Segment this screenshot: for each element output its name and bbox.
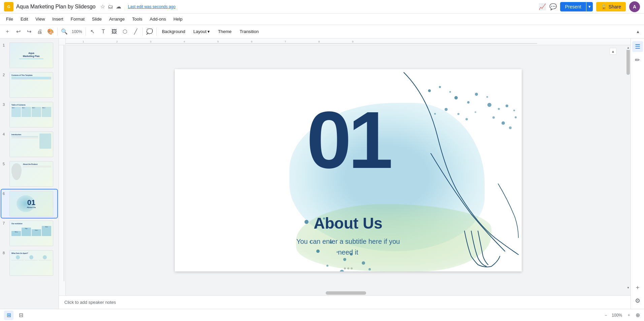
comment-button[interactable]: 💭 [145, 27, 154, 36]
slide-thumb-2[interactable]: 2 Contents of This Template [1, 71, 57, 99]
menu-file[interactable]: File [3, 15, 17, 23]
ruler-horizontal: 1 2 3 4 5 6 7 8 9 [66, 38, 631, 45]
cloud-icon[interactable]: ☁ [116, 3, 121, 10]
scroll-up-button[interactable]: ▲ [626, 45, 631, 50]
toolbar: ＋ ↩ ↪ 🖨 🎨 🔍 100% ↖ T 🖼 ⬡ ╱ 💭 Background … [0, 25, 644, 38]
menu-arrange[interactable]: Arrange [106, 15, 128, 23]
thumb-3-title: Table of Contents [11, 104, 51, 106]
menu-format[interactable]: Format [67, 15, 88, 23]
thumb-1-line [19, 59, 43, 59]
shapes-button[interactable]: ⬡ [120, 27, 130, 36]
theme-button[interactable]: Theme [215, 28, 235, 35]
slide-num-6: 6 [3, 191, 7, 196]
collapse-panel-button[interactable]: ▲ [610, 48, 616, 55]
view-grid-button[interactable]: ⊞ [4, 311, 13, 320]
dot-r1 [428, 89, 431, 92]
collapse-toolbar-button[interactable]: ▲ [635, 28, 641, 35]
folder-icon[interactable]: 🗂 [108, 4, 113, 10]
slide-thumb-3[interactable]: 3 Table of Contents Slide 1 Slide 2 Slid… [1, 100, 57, 129]
ruler-vertical [59, 45, 66, 295]
menu-view[interactable]: View [32, 15, 48, 23]
thumb-6-title: About Us [27, 206, 36, 208]
app-logo: G [4, 2, 13, 11]
paint-format-button[interactable]: 🎨 [46, 27, 55, 36]
zoom-out-button[interactable]: 🔍 [60, 27, 69, 36]
dot-r12 [492, 116, 495, 119]
dot-r8 [487, 103, 491, 107]
notes-bar[interactable]: Click to add speaker notes [59, 295, 631, 309]
svg-text:8: 8 [318, 40, 320, 43]
thumb-img-6: 01 About Us [9, 191, 53, 216]
view-film-button[interactable]: ⊟ [16, 311, 26, 320]
slide-thumb-7[interactable]: 7 Our evolution Binary Stage Option Stat… [1, 219, 57, 247]
separator-1 [57, 28, 58, 36]
menu-help[interactable]: Help [170, 15, 186, 23]
star-icon[interactable]: ☆ [100, 3, 105, 10]
slide-canvas[interactable]: 01 About Us You can enter a subtitle her… [175, 69, 522, 271]
zoom-out-btn[interactable]: − [603, 312, 609, 319]
slide-thumb-4[interactable]: 4 Introduction [1, 130, 57, 158]
slide-panel: 1 AquaMarketing Plan 2 Contents of This … [0, 38, 59, 309]
thumb-2-title: Contents of This Template [11, 74, 51, 76]
share-button[interactable]: 🔒 Share [596, 2, 626, 11]
thumb-8-title: What Sets Us Apart? [11, 252, 51, 254]
slide-num-8: 8 [3, 250, 7, 255]
dot-r15 [509, 126, 512, 129]
redo-button[interactable]: ↪ [24, 27, 34, 36]
scroll-down-button[interactable]: ▼ [626, 285, 631, 290]
right-panel-brush-btn[interactable]: ✏ [632, 55, 643, 65]
notes-placeholder: Click to add speaker notes [64, 300, 116, 305]
title-bar: G Aqua Marketing Plan by Slidesgo ☆ 🗂 ☁ … [0, 0, 644, 13]
layout-button[interactable]: Layout ▾ [190, 28, 213, 35]
h-scroll-thumb[interactable] [326, 291, 366, 295]
slide-thumb-6[interactable]: 6 01 About Us [1, 189, 57, 218]
transition-button[interactable]: Transition [236, 28, 262, 35]
share-lock-icon: 🔒 [601, 4, 607, 9]
background-label: Background [162, 29, 185, 34]
cursor-button[interactable]: ↖ [88, 27, 97, 36]
canvas-area: 1 2 3 4 5 6 7 8 9 [59, 38, 631, 309]
slide-main-number: 01 [307, 99, 390, 180]
image-button[interactable]: 🖼 [109, 27, 119, 36]
undo-button[interactable]: ↩ [13, 27, 23, 36]
thumb-2-line1 [11, 77, 51, 77]
svg-text:6: 6 [251, 40, 253, 43]
svg-text:3: 3 [150, 40, 152, 43]
svg-text:1: 1 [83, 40, 84, 43]
present-arrow-button[interactable]: ▾ [586, 2, 593, 11]
right-panel-slides-btn[interactable]: ☰ [632, 41, 643, 52]
slide-thumb-5[interactable]: 5 About the Product [1, 160, 57, 188]
fullscreen-button[interactable]: ⊕ [636, 312, 640, 318]
vertical-scrollbar[interactable] [626, 45, 631, 295]
menu-addons[interactable]: Add-ons [147, 15, 169, 23]
print-button[interactable]: 🖨 [35, 27, 44, 36]
dot-r20 [475, 111, 476, 113]
slide-num-7: 7 [3, 221, 7, 225]
dot-r17 [445, 108, 448, 111]
thumb-2-line3 [11, 78, 51, 79]
avatar[interactable]: A [629, 1, 640, 12]
menu-tools[interactable]: Tools [129, 15, 146, 23]
last-edit[interactable]: Last edit was seconds ago [128, 4, 175, 9]
slide-thumb-8[interactable]: 8 What Sets Us Apart? [1, 249, 57, 277]
zoom-in-btn[interactable]: ＋ [625, 311, 633, 319]
menu-edit[interactable]: Edit [17, 15, 31, 23]
menu-insert[interactable]: Insert [49, 15, 67, 23]
right-panel-add-btn[interactable]: ＋ [632, 282, 643, 293]
line-button[interactable]: ╱ [131, 27, 140, 36]
activity-icon[interactable]: 📈 [539, 3, 546, 10]
slide-area-with-rulers: ▲ [59, 45, 631, 295]
v-scroll-thumb[interactable] [626, 48, 630, 75]
background-button[interactable]: Background [159, 28, 189, 35]
dot-10 [340, 270, 344, 271]
dot-r3 [449, 91, 451, 93]
right-panel-settings-btn[interactable]: ⚙ [632, 295, 643, 306]
add-button[interactable]: ＋ [3, 27, 12, 36]
horizontal-scrollbar[interactable] [66, 291, 626, 295]
present-button[interactable]: Present [560, 2, 586, 11]
comments-icon[interactable]: 💬 [549, 3, 557, 10]
slide-thumb-1[interactable]: 1 AquaMarketing Plan [1, 41, 57, 69]
thumb-4-img [39, 134, 51, 149]
text-box-button[interactable]: T [99, 27, 108, 36]
menu-slide[interactable]: Slide [89, 15, 105, 23]
